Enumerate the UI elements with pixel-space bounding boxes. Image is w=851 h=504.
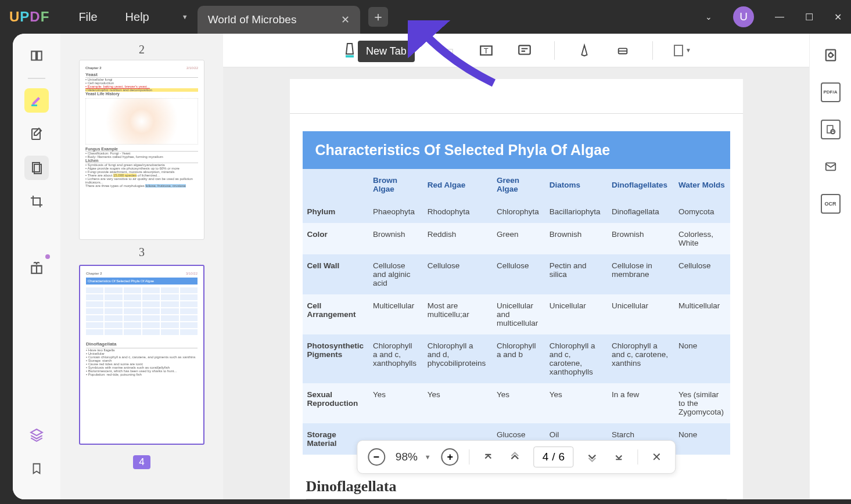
table-cell: Yes (similar to the Zygomycota): [674, 383, 730, 423]
zoom-level: 98%: [396, 451, 418, 463]
first-page-button[interactable]: [480, 449, 497, 465]
table-cell: Phaeophyta: [368, 200, 423, 223]
row-label: Photosynthetic Pigments: [303, 334, 369, 383]
zoom-in-button[interactable]: +: [441, 448, 459, 466]
svg-rect-5: [346, 55, 354, 57]
highlight-tool-icon[interactable]: [24, 88, 49, 113]
eraser-tool-icon[interactable]: [614, 42, 631, 59]
zoom-dropdown-icon[interactable]: ▼: [425, 453, 431, 460]
thumbnail-page-3[interactable]: Chapter 22/10/22 Yeast • Unicellular fun…: [79, 60, 204, 240]
window-controls: ⌄ U — ☐ ✕: [705, 6, 842, 27]
table-cell: Oomycota: [674, 200, 730, 223]
separator: [554, 41, 555, 60]
mail-icon[interactable]: [821, 157, 841, 177]
page-number-3: 3: [79, 246, 204, 259]
crop-tool-icon[interactable]: [24, 189, 49, 214]
row-label: Cell Arrangement: [303, 294, 369, 334]
table-cell: Green: [492, 223, 545, 254]
menu-file[interactable]: File: [78, 10, 97, 24]
row-label: Color: [303, 223, 369, 254]
close-controls-button[interactable]: ✕: [648, 449, 665, 465]
rotate-icon[interactable]: [821, 45, 841, 65]
table-header-row: Brown Algae Red Algae Green Algae Diatom…: [303, 169, 730, 200]
close-window-icon[interactable]: ✕: [834, 12, 842, 23]
pencil-tool-icon[interactable]: [576, 42, 593, 59]
table-row: ColorBrownishReddishGreenBrownishBrownis…: [303, 223, 730, 254]
edit-tool-icon[interactable]: [24, 122, 49, 146]
highlighter-tool-icon[interactable]: [341, 42, 358, 59]
col-header: Diatoms: [545, 169, 607, 200]
close-tab-icon[interactable]: ✕: [341, 13, 350, 26]
document-tab[interactable]: World of Microbes ✕: [198, 6, 360, 34]
last-page-button[interactable]: [611, 449, 627, 465]
new-tab-button[interactable]: ＋: [368, 7, 388, 27]
pdfa-icon[interactable]: PDF/A: [821, 82, 841, 102]
section-heading: Dinoflagellata: [306, 478, 727, 495]
table-cell: Dinoflagellata: [607, 200, 674, 223]
table-cell: Reddish: [423, 223, 492, 254]
table-cell: Chlorophyta: [492, 200, 545, 223]
table-cell: Yes: [545, 383, 607, 423]
tab-bar: ▼ World of Microbes ✕ ＋: [177, 0, 388, 34]
table-cell: Chlorophyll a and b: [492, 334, 545, 383]
thumbnails-panel: 2 Chapter 22/10/22 Yeast • Unicellular f…: [60, 34, 223, 499]
page-viewport[interactable]: Characteristics Of Selected Phyla Of Alg…: [223, 67, 809, 499]
text-box-tool-icon[interactable]: T: [477, 42, 495, 59]
gift-icon[interactable]: [24, 255, 49, 280]
table-cell: Cellulose in membrane: [607, 254, 674, 294]
row-label: Sexual Reproduction: [303, 383, 369, 423]
tab-list-dropdown[interactable]: ▼: [177, 9, 193, 25]
titlebar: UPDF File Help ▼ World of Microbes ✕ ＋ ⌄…: [0, 0, 851, 34]
table-cell: Rhodophyta: [423, 200, 492, 223]
svg-text:T: T: [484, 46, 489, 55]
next-page-button[interactable]: [584, 449, 600, 465]
page-controls: − 98% ▼ + 4 / 6 ✕: [357, 440, 676, 474]
table-cell: Cellulose: [674, 254, 730, 294]
table-cell: Bacillariophyta: [545, 200, 607, 223]
minimize-icon[interactable]: —: [775, 12, 784, 22]
layers-icon[interactable]: [24, 423, 49, 447]
ocr-icon[interactable]: OCR: [821, 194, 841, 214]
window-menu-icon[interactable]: ⌄: [705, 12, 712, 21]
table-cell: Yes: [368, 383, 423, 423]
divider: [28, 78, 45, 79]
note-tool-icon[interactable]: [516, 42, 533, 59]
svg-rect-8: [519, 45, 530, 54]
page-indicator[interactable]: 4 / 6: [534, 447, 573, 467]
separator: [469, 449, 470, 465]
tool-hidden-2[interactable]: ▭: [439, 42, 457, 59]
table-cell: None: [674, 334, 730, 383]
current-page: 4: [543, 451, 549, 463]
algae-table: Brown Algae Red Algae Green Algae Diatom…: [303, 169, 730, 455]
col-header: Water Molds: [674, 169, 730, 200]
table-row: Cell WallCellulose and alginic acidCellu…: [303, 254, 730, 294]
reader-mode-icon[interactable]: [24, 44, 49, 69]
separator: [637, 449, 638, 465]
table-row: Photosynthetic PigmentsChlorophyll a and…: [303, 334, 730, 383]
main-area: ▭ ▭ T ▼ Characteristics Of Selected Phyl…: [223, 34, 809, 499]
col-header: Green Algae: [492, 169, 545, 200]
workspace: 2 Chapter 22/10/22 Yeast • Unicellular f…: [13, 34, 851, 499]
shape-tool-icon[interactable]: ▼: [674, 42, 691, 59]
page-number-4-active: 4: [133, 455, 150, 469]
table-cell: Cellulose: [423, 254, 492, 294]
menu-help[interactable]: Help: [125, 10, 149, 24]
maximize-icon[interactable]: ☐: [805, 12, 813, 23]
zoom-out-button[interactable]: −: [368, 448, 385, 466]
row-label: Cell Wall: [303, 254, 369, 294]
right-sidebar: PDF/A OCR: [809, 34, 851, 499]
col-header: [303, 169, 369, 200]
left-sidebar: [13, 34, 60, 499]
lock-pdf-icon[interactable]: [821, 120, 841, 139]
thumbnail-page-4[interactable]: Chapter 23/10/22 Characteristics Of Sele…: [79, 265, 204, 445]
total-pages: 6: [559, 451, 565, 463]
pages-tool-icon[interactable]: [24, 156, 49, 180]
prev-page-button[interactable]: [507, 449, 523, 465]
table-cell: Chlorophyll a and c, carotene, xanthophy…: [545, 334, 607, 383]
table-cell: Unicellular: [545, 294, 607, 334]
app-logo: UPDF: [9, 9, 49, 25]
row-label: Phylum: [303, 200, 369, 223]
table-cell: Brownish: [545, 223, 607, 254]
user-avatar[interactable]: U: [733, 6, 754, 27]
bookmark-icon[interactable]: [24, 456, 49, 481]
